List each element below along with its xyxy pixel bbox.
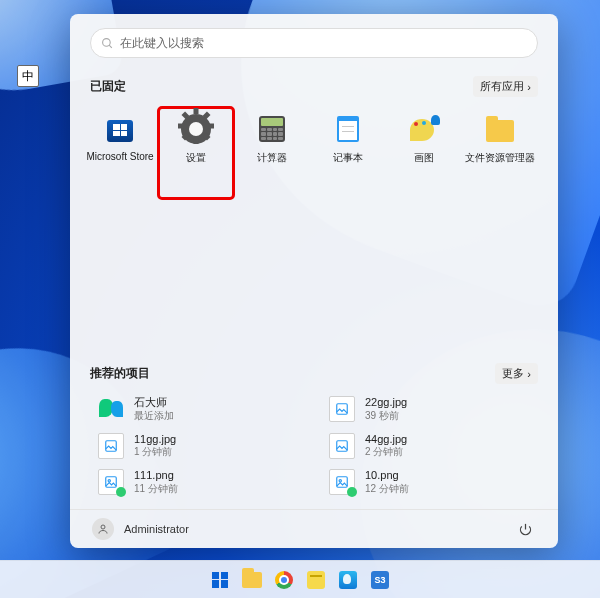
app-notepad[interactable]: 记事本 (310, 107, 386, 187)
svg-point-9 (101, 525, 105, 529)
notepad-icon (332, 113, 364, 145)
app-label: 计算器 (257, 151, 287, 165)
rec-sub: 2 分钟前 (365, 446, 407, 459)
recommended-title: 推荐的项目 (90, 365, 150, 382)
svg-rect-7 (337, 477, 348, 488)
svg-point-8 (339, 480, 341, 482)
png-file-icon (98, 469, 124, 495)
taskbar: S3 (0, 560, 600, 598)
ime-indicator[interactable]: 中 (17, 65, 39, 87)
rec-sub: 12 分钟前 (365, 483, 409, 496)
rec-sub: 最近添加 (134, 410, 174, 423)
more-button[interactable]: 更多 › (495, 363, 538, 384)
paint-icon (408, 113, 440, 145)
start-icon (212, 572, 228, 588)
chevron-right-icon: › (527, 368, 531, 380)
rec-name: 石大师 (134, 396, 174, 410)
search-box[interactable]: 在此键入以搜索 (90, 28, 538, 58)
svg-point-6 (108, 480, 110, 482)
recommended-item[interactable]: 11gg.jpg1 分钟前 (98, 433, 299, 459)
app-label: Microsoft Store (86, 151, 153, 162)
app-label: 画图 (414, 151, 434, 165)
s3-icon: S3 (371, 571, 389, 589)
pinned-title: 已固定 (90, 78, 126, 95)
start-menu: 在此键入以搜索 已固定 所有应用 › Microsoft Store 设置 计算… (70, 14, 558, 548)
app-label: 记事本 (333, 151, 363, 165)
rec-name: 10.png (365, 469, 409, 483)
search-placeholder: 在此键入以搜索 (120, 35, 204, 52)
rec-name: 44gg.jpg (365, 433, 407, 447)
all-apps-label: 所有应用 (480, 79, 524, 94)
settings-icon (180, 113, 212, 145)
taskbar-notes[interactable] (302, 566, 330, 594)
chrome-icon (275, 571, 293, 589)
rec-name: 22gg.jpg (365, 396, 407, 410)
taskbar-s3[interactable]: S3 (366, 566, 394, 594)
qqbrowser-icon (339, 571, 357, 589)
app-microsoft-store[interactable]: Microsoft Store (82, 107, 158, 187)
user-button[interactable]: Administrator (92, 518, 189, 540)
svg-point-0 (103, 38, 111, 46)
explorer-icon (242, 572, 262, 588)
avatar-icon (92, 518, 114, 540)
shidashi-icon (98, 396, 124, 422)
svg-rect-5 (106, 477, 117, 488)
rec-name: 11gg.jpg (134, 433, 176, 447)
svg-rect-3 (106, 440, 117, 451)
username: Administrator (124, 523, 189, 535)
rec-sub: 39 秒前 (365, 410, 407, 423)
svg-rect-4 (337, 440, 348, 451)
svg-rect-2 (337, 404, 348, 415)
power-button[interactable] (514, 518, 536, 540)
pinned-apps-grid: Microsoft Store 设置 计算器 记事本 画图 文件资源管理器 (82, 107, 538, 199)
svg-line-1 (109, 45, 112, 48)
explorer-icon (484, 113, 516, 145)
app-label: 文件资源管理器 (465, 151, 535, 165)
calculator-icon (256, 113, 288, 145)
rec-sub: 1 分钟前 (134, 446, 176, 459)
power-icon (518, 522, 533, 537)
app-label: 设置 (186, 151, 206, 165)
app-calculator[interactable]: 计算器 (234, 107, 310, 187)
image-file-icon (98, 433, 124, 459)
png-file-icon (329, 469, 355, 495)
recommended-item[interactable]: 44gg.jpg2 分钟前 (329, 433, 530, 459)
rec-sub: 11 分钟前 (134, 483, 178, 496)
recommended-item[interactable]: 22gg.jpg39 秒前 (329, 396, 530, 422)
rec-name: 111.png (134, 469, 178, 483)
start-footer: Administrator (70, 509, 558, 548)
store-icon (104, 113, 136, 145)
recommended-item[interactable]: 111.png11 分钟前 (98, 469, 299, 495)
recommended-item[interactable]: 10.png12 分钟前 (329, 469, 530, 495)
recommended-item[interactable]: 石大师最近添加 (98, 396, 299, 422)
image-file-icon (329, 433, 355, 459)
taskbar-explorer[interactable] (238, 566, 266, 594)
app-settings[interactable]: 设置 (158, 107, 234, 199)
chevron-right-icon: › (527, 81, 531, 93)
all-apps-button[interactable]: 所有应用 › (473, 76, 538, 97)
taskbar-chrome[interactable] (270, 566, 298, 594)
more-label: 更多 (502, 366, 524, 381)
app-explorer[interactable]: 文件资源管理器 (462, 107, 538, 187)
taskbar-start[interactable] (206, 566, 234, 594)
image-file-icon (329, 396, 355, 422)
app-paint[interactable]: 画图 (386, 107, 462, 187)
taskbar-qqbrowser[interactable] (334, 566, 362, 594)
notes-icon (307, 571, 325, 589)
search-icon (101, 37, 114, 50)
